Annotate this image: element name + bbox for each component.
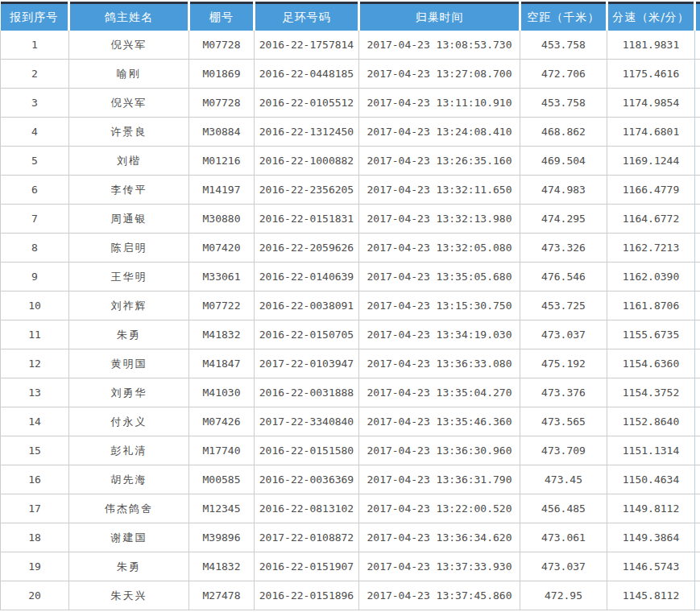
cell-dist: 472.95 <box>520 581 607 610</box>
cell-time: 2017-04-23 13:36:31.790 <box>359 465 520 494</box>
cell-owner: 李传平 <box>69 176 189 205</box>
cell-dist: 473.061 <box>520 523 607 552</box>
cell-time: 2017-04-23 13:32:13.980 <box>359 205 520 234</box>
cell-time: 2017-04-23 13:11:10.910 <box>359 89 520 118</box>
cell-speed: 1161.8706 <box>607 292 695 320</box>
cell-speed: 1154.3752 <box>607 378 695 407</box>
cell-extra <box>695 320 700 349</box>
cell-speed: 1152.8640 <box>607 407 695 436</box>
cell-ring: 2016-22-0031888 <box>255 378 359 407</box>
cell-time: 2017-04-23 13:37:45.860 <box>359 581 520 610</box>
cell-speed: 1181.9831 <box>607 31 695 60</box>
table-row: 14付永义M074262017-22-33408402017-04-23 13:… <box>1 407 700 436</box>
table-row: 12黄明国M418472017-22-01039472017-04-23 13:… <box>1 349 700 378</box>
cell-owner: 朱天兴 <box>69 581 189 610</box>
cell-loft: M07728 <box>189 31 255 60</box>
cell-dist: 473.376 <box>520 378 607 407</box>
table-row: 9王华明M330612016-22-01406392017-04-23 13:3… <box>1 263 700 292</box>
cell-owner: 刘楷 <box>69 147 189 176</box>
cell-loft: M01216 <box>189 147 255 176</box>
cell-time: 2017-04-23 13:08:53.730 <box>359 31 520 60</box>
cell-time: 2017-04-23 13:24:08.410 <box>359 118 520 147</box>
cell-speed: 1162.7213 <box>607 234 695 263</box>
cell-extra <box>695 60 700 89</box>
cell-time: 2017-04-23 13:27:08.700 <box>359 60 520 89</box>
cell-owner: 刘勇华 <box>69 378 189 407</box>
cell-extra <box>695 407 700 436</box>
cell-loft: M41832 <box>189 552 255 581</box>
cell-ring: 2016-22-0151831 <box>255 205 359 234</box>
cell-extra <box>695 205 700 234</box>
header-cell-time: 归巢时间 <box>359 3 520 31</box>
cell-time: 2017-04-23 13:15:30.750 <box>359 292 520 320</box>
cell-dist: 472.706 <box>520 60 607 89</box>
cell-ring: 2016-22-0448185 <box>255 60 359 89</box>
cell-extra <box>695 147 700 176</box>
cell-speed: 1154.6360 <box>607 349 695 378</box>
cell-loft: M14197 <box>189 176 255 205</box>
cell-extra <box>695 234 700 263</box>
cell-loft: M41847 <box>189 349 255 378</box>
cell-rank: 16 <box>1 465 69 494</box>
cell-owner: 倪兴军 <box>69 89 189 118</box>
cell-rank: 6 <box>1 176 69 205</box>
cell-rank: 1 <box>1 31 69 60</box>
table-row: 15彭礼清M177402016-22-01515802017-04-23 13:… <box>1 436 700 465</box>
cell-owner: 倪兴军 <box>69 31 189 60</box>
cell-time: 2017-04-23 13:35:04.270 <box>359 378 520 407</box>
cell-ring: 2017-22-3340840 <box>255 407 359 436</box>
cell-dist: 456.485 <box>520 494 607 523</box>
cell-time: 2017-04-23 13:32:11.650 <box>359 176 520 205</box>
cell-ring: 2016-22-2356205 <box>255 176 359 205</box>
table-row: 5刘楷M012162016-22-10008822017-04-23 13:26… <box>1 147 700 176</box>
cell-speed: 1149.8112 <box>607 494 695 523</box>
table-row: 17伟杰鸽舍M123452016-22-08131022017-04-23 13… <box>1 494 700 523</box>
cell-speed: 1166.4779 <box>607 176 695 205</box>
cell-dist: 473.565 <box>520 407 607 436</box>
cell-rank: 11 <box>1 320 69 349</box>
cell-speed: 1164.6772 <box>607 205 695 234</box>
cell-ring: 2016-22-0151907 <box>255 552 359 581</box>
cell-rank: 12 <box>1 349 69 378</box>
table-row: 11朱勇M418322016-22-01507052017-04-23 13:3… <box>1 320 700 349</box>
table-row: 18谢建国M398962017-22-01088722017-04-23 13:… <box>1 523 700 552</box>
cell-speed: 1149.3864 <box>607 523 695 552</box>
table-row: 1倪兴军M077282016-22-17578142017-04-23 13:0… <box>1 31 700 60</box>
header-cell-speed: 分速（米/分） <box>607 3 695 31</box>
cell-speed: 1151.1314 <box>607 436 695 465</box>
table-row: 3倪兴军M077282016-22-01055122017-04-23 13:1… <box>1 89 700 118</box>
cell-ring: 2016-22-0140639 <box>255 263 359 292</box>
cell-ring: 2017-22-0108872 <box>255 523 359 552</box>
cell-loft: M00585 <box>189 465 255 494</box>
cell-rank: 8 <box>1 234 69 263</box>
cell-rank: 13 <box>1 378 69 407</box>
cell-dist: 468.862 <box>520 118 607 147</box>
cell-loft: M07420 <box>189 234 255 263</box>
cell-loft: M41832 <box>189 320 255 349</box>
cell-dist: 473.037 <box>520 320 607 349</box>
header-cell-owner: 鸽主姓名 <box>69 3 189 31</box>
cell-time: 2017-04-23 13:35:46.360 <box>359 407 520 436</box>
cell-owner: 周通银 <box>69 205 189 234</box>
cell-ring: 2016-22-2059626 <box>255 234 359 263</box>
results-table-container: 报到序号鸽主姓名棚号足环号码归巢时间空距（千米）分速（米/分） 1倪兴军M077… <box>0 0 700 610</box>
cell-owner: 陈启明 <box>69 234 189 263</box>
cell-rank: 18 <box>1 523 69 552</box>
cell-extra <box>695 263 700 292</box>
table-row: 4许景良M308842016-22-13124502017-04-23 13:2… <box>1 118 700 147</box>
header-cell-extra <box>695 3 700 31</box>
cell-speed: 1146.5743 <box>607 552 695 581</box>
cell-ring: 2016-22-0151896 <box>255 581 359 610</box>
cell-loft: M27478 <box>189 581 255 610</box>
cell-speed: 1174.9854 <box>607 89 695 118</box>
cell-rank: 9 <box>1 263 69 292</box>
cell-dist: 473.326 <box>520 234 607 263</box>
cell-extra <box>695 176 700 205</box>
cell-speed: 1175.4616 <box>607 60 695 89</box>
cell-rank: 14 <box>1 407 69 436</box>
cell-ring: 2016-22-0151580 <box>255 436 359 465</box>
cell-rank: 5 <box>1 147 69 176</box>
cell-ring: 2016-22-0150705 <box>255 320 359 349</box>
table-row: 8陈启明M074202016-22-20596262017-04-23 13:3… <box>1 234 700 263</box>
cell-loft: M01869 <box>189 60 255 89</box>
